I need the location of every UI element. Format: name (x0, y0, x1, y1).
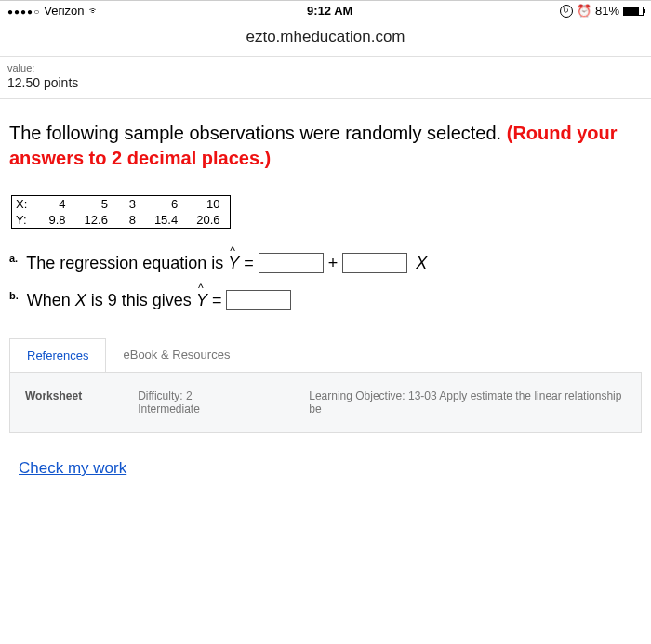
cell: 12.6 (75, 212, 117, 229)
qa-text: The regression equation is (26, 254, 223, 273)
y-hat-symbol: Y (196, 291, 207, 310)
item-label-a: a. (9, 253, 18, 264)
tab-references[interactable]: References (9, 338, 106, 372)
worksheet-link[interactable]: Worksheet (25, 389, 82, 402)
battery-pct: 81% (595, 4, 619, 18)
value-label: value: (7, 62, 644, 73)
qb-text1: When (27, 291, 71, 310)
table-row: Y: 9.8 12.6 8 15.4 20.6 (12, 212, 231, 229)
cell: 20.6 (187, 212, 230, 229)
learning-objective: Learning Objective: 13-03 Apply estimate… (309, 389, 626, 415)
value-row: value: 12.50 points (0, 57, 651, 99)
cell: 15.4 (145, 212, 187, 229)
cell: 4 (40, 196, 75, 213)
cell: 9.8 (40, 212, 75, 229)
status-bar: ●●●●○ Verizon ᯤ 9:12 AM ↻ ⏰ 81% (0, 0, 651, 20)
question-b: b. When X is 9 this gives Y = (9, 290, 642, 310)
answer-intercept-input[interactable] (259, 253, 324, 273)
equals-sign: = (212, 291, 222, 310)
item-label-b: b. (9, 290, 19, 301)
cell: 10 (187, 196, 230, 213)
cell: 5 (75, 196, 117, 213)
x-variable: X (416, 254, 427, 273)
qb-text2: is 9 this gives (91, 291, 192, 310)
answer-yhat-input[interactable] (226, 290, 291, 310)
wifi-icon: ᯤ (88, 4, 100, 18)
x-variable: X (75, 291, 86, 310)
value-points: 12.50 points (7, 75, 644, 90)
cell: 3 (117, 196, 145, 213)
carrier-label: Verizon (44, 4, 84, 18)
difficulty-label: Difficulty: 2 Intermediate (138, 389, 253, 415)
resource-tabs: References eBook & Resources (9, 338, 642, 372)
tab-panel: Worksheet Difficulty: 2 Intermediate Lea… (9, 372, 642, 433)
tab-ebook[interactable]: eBook & Resources (106, 338, 246, 372)
data-table: X: 4 5 3 6 10 Y: 9.8 12.6 8 15.4 20.6 (11, 195, 231, 229)
equals-sign: = (244, 254, 254, 273)
cell: 6 (145, 196, 187, 213)
row-label-y: Y: (12, 212, 40, 229)
question-prompt: The following sample observations were r… (9, 121, 642, 171)
check-my-work-link[interactable]: Check my work (19, 459, 126, 478)
y-hat-symbol: Y (228, 254, 239, 273)
table-row: X: 4 5 3 6 10 (12, 196, 231, 213)
question-a: a. The regression equation is Y = + X (9, 253, 642, 273)
cell: 8 (117, 212, 145, 229)
plus-sign: + (328, 254, 339, 273)
answer-slope-input[interactable] (342, 253, 407, 273)
prompt-text: The following sample observations were r… (9, 123, 507, 143)
signal-dots-icon: ●●●●○ (7, 4, 40, 18)
alarm-icon: ⏰ (577, 4, 591, 18)
row-label-x: X: (12, 196, 40, 213)
browser-url: ezto.mheducation.com (0, 20, 651, 57)
battery-icon (623, 7, 644, 16)
clock: 9:12 AM (307, 4, 352, 18)
rotation-lock-icon: ↻ (560, 5, 573, 18)
